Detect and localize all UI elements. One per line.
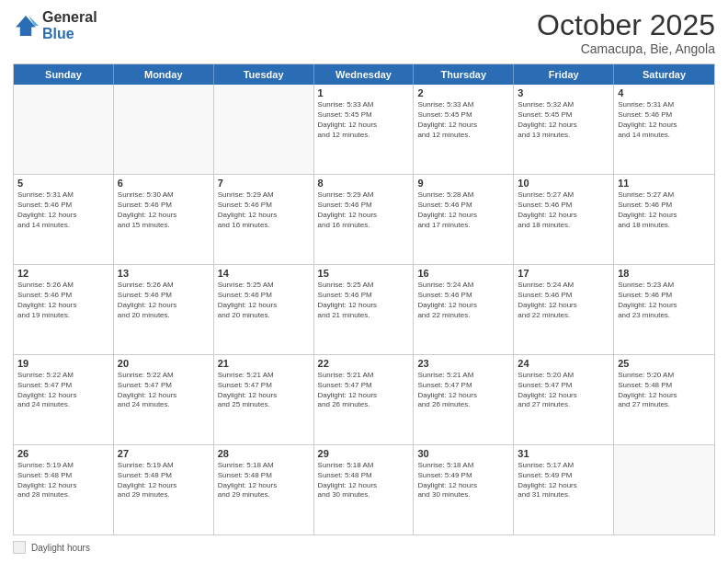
day-number: 6 <box>118 178 210 189</box>
calendar-cell: 21Sunrise: 5:21 AM Sunset: 5:47 PM Dayli… <box>214 355 314 444</box>
header: General Blue October 2025 Camacupa, Bie,… <box>13 9 715 56</box>
calendar-cell: 8Sunrise: 5:29 AM Sunset: 5:46 PM Daylig… <box>314 175 415 264</box>
day-info: Sunrise: 5:29 AM Sunset: 5:46 PM Dayligh… <box>318 190 410 230</box>
day-number: 7 <box>218 178 310 189</box>
weekday-header: Monday <box>114 64 214 85</box>
weekday-header: Tuesday <box>214 64 314 85</box>
calendar-cell: 12Sunrise: 5:26 AM Sunset: 5:46 PM Dayli… <box>14 265 114 354</box>
day-number: 5 <box>17 178 109 189</box>
day-info: Sunrise: 5:31 AM Sunset: 5:46 PM Dayligh… <box>618 100 711 140</box>
calendar-row: 5Sunrise: 5:31 AM Sunset: 5:46 PM Daylig… <box>14 175 714 265</box>
weekday-header: Thursday <box>414 64 514 85</box>
calendar-row: 12Sunrise: 5:26 AM Sunset: 5:46 PM Dayli… <box>14 265 714 355</box>
logo-text: General Blue <box>42 9 97 41</box>
day-info: Sunrise: 5:30 AM Sunset: 5:46 PM Dayligh… <box>118 190 210 230</box>
day-info: Sunrise: 5:18 AM Sunset: 5:48 PM Dayligh… <box>318 461 410 500</box>
day-number: 23 <box>417 358 509 369</box>
calendar-cell: 19Sunrise: 5:22 AM Sunset: 5:47 PM Dayli… <box>14 355 114 444</box>
legend-box <box>13 541 26 554</box>
calendar-cell: 6Sunrise: 5:30 AM Sunset: 5:46 PM Daylig… <box>114 175 214 264</box>
day-info: Sunrise: 5:22 AM Sunset: 5:47 PM Dayligh… <box>17 371 109 410</box>
calendar-cell <box>14 85 114 174</box>
calendar-cell: 31Sunrise: 5:17 AM Sunset: 5:49 PM Dayli… <box>514 445 614 534</box>
day-number: 1 <box>318 87 410 98</box>
day-info: Sunrise: 5:33 AM Sunset: 5:45 PM Dayligh… <box>318 100 410 140</box>
calendar-cell: 17Sunrise: 5:24 AM Sunset: 5:46 PM Dayli… <box>514 265 614 354</box>
day-info: Sunrise: 5:26 AM Sunset: 5:46 PM Dayligh… <box>118 281 210 320</box>
calendar-cell: 2Sunrise: 5:33 AM Sunset: 5:45 PM Daylig… <box>414 85 514 174</box>
day-number: 8 <box>318 178 410 189</box>
day-number: 11 <box>618 178 711 189</box>
calendar-cell: 14Sunrise: 5:25 AM Sunset: 5:46 PM Dayli… <box>214 265 314 354</box>
day-info: Sunrise: 5:21 AM Sunset: 5:47 PM Dayligh… <box>417 371 509 410</box>
day-info: Sunrise: 5:24 AM Sunset: 5:46 PM Dayligh… <box>417 281 509 320</box>
day-info: Sunrise: 5:28 AM Sunset: 5:46 PM Dayligh… <box>417 190 509 230</box>
day-number: 10 <box>518 178 609 189</box>
day-number: 3 <box>518 87 609 98</box>
day-info: Sunrise: 5:27 AM Sunset: 5:46 PM Dayligh… <box>618 190 711 230</box>
calendar-cell: 23Sunrise: 5:21 AM Sunset: 5:47 PM Dayli… <box>414 355 514 444</box>
calendar-cell: 7Sunrise: 5:29 AM Sunset: 5:46 PM Daylig… <box>214 175 314 264</box>
day-info: Sunrise: 5:21 AM Sunset: 5:47 PM Dayligh… <box>318 371 410 410</box>
day-info: Sunrise: 5:18 AM Sunset: 5:49 PM Dayligh… <box>417 461 509 500</box>
weekday-header: Saturday <box>614 64 714 85</box>
day-info: Sunrise: 5:33 AM Sunset: 5:45 PM Dayligh… <box>417 100 509 140</box>
calendar-cell: 5Sunrise: 5:31 AM Sunset: 5:46 PM Daylig… <box>14 175 114 264</box>
day-number: 30 <box>417 448 509 459</box>
calendar-row: 26Sunrise: 5:19 AM Sunset: 5:48 PM Dayli… <box>14 445 714 534</box>
day-info: Sunrise: 5:24 AM Sunset: 5:46 PM Dayligh… <box>518 281 609 320</box>
title-block: October 2025 Camacupa, Bie, Angola <box>537 9 715 56</box>
calendar-cell <box>614 445 714 534</box>
day-number: 31 <box>518 448 609 459</box>
calendar-cell: 26Sunrise: 5:19 AM Sunset: 5:48 PM Dayli… <box>14 445 114 534</box>
day-info: Sunrise: 5:19 AM Sunset: 5:48 PM Dayligh… <box>118 461 210 500</box>
day-info: Sunrise: 5:27 AM Sunset: 5:46 PM Dayligh… <box>518 190 609 230</box>
day-info: Sunrise: 5:20 AM Sunset: 5:48 PM Dayligh… <box>618 371 711 410</box>
month-title: October 2025 <box>537 9 715 41</box>
calendar: SundayMondayTuesdayWednesdayThursdayFrid… <box>13 63 715 535</box>
day-info: Sunrise: 5:25 AM Sunset: 5:46 PM Dayligh… <box>218 281 310 320</box>
calendar-cell: 11Sunrise: 5:27 AM Sunset: 5:46 PM Dayli… <box>614 175 714 264</box>
location-subtitle: Camacupa, Bie, Angola <box>537 41 715 56</box>
calendar-cell: 25Sunrise: 5:20 AM Sunset: 5:48 PM Dayli… <box>614 355 714 444</box>
calendar-cell: 9Sunrise: 5:28 AM Sunset: 5:46 PM Daylig… <box>414 175 514 264</box>
calendar-cell: 15Sunrise: 5:25 AM Sunset: 5:46 PM Dayli… <box>314 265 415 354</box>
legend: Daylight hours <box>13 541 715 554</box>
calendar-cell: 10Sunrise: 5:27 AM Sunset: 5:46 PM Dayli… <box>514 175 614 264</box>
calendar-cell: 22Sunrise: 5:21 AM Sunset: 5:47 PM Dayli… <box>314 355 415 444</box>
day-number: 2 <box>417 87 509 98</box>
day-number: 14 <box>218 268 310 279</box>
logo: General Blue <box>13 9 97 41</box>
calendar-header: SundayMondayTuesdayWednesdayThursdayFrid… <box>14 64 714 85</box>
svg-marker-0 <box>16 16 36 36</box>
day-number: 28 <box>218 448 310 459</box>
day-info: Sunrise: 5:17 AM Sunset: 5:49 PM Dayligh… <box>518 461 609 500</box>
day-number: 9 <box>417 178 509 189</box>
weekday-header: Wednesday <box>314 64 415 85</box>
day-info: Sunrise: 5:25 AM Sunset: 5:46 PM Dayligh… <box>318 281 410 320</box>
logo-blue-text: Blue <box>42 26 97 42</box>
day-number: 20 <box>118 358 210 369</box>
day-number: 4 <box>618 87 711 98</box>
calendar-body: 1Sunrise: 5:33 AM Sunset: 5:45 PM Daylig… <box>14 85 714 534</box>
calendar-cell: 27Sunrise: 5:19 AM Sunset: 5:48 PM Dayli… <box>114 445 214 534</box>
day-number: 22 <box>318 358 410 369</box>
day-info: Sunrise: 5:31 AM Sunset: 5:46 PM Dayligh… <box>17 190 109 230</box>
calendar-cell: 18Sunrise: 5:23 AM Sunset: 5:46 PM Dayli… <box>614 265 714 354</box>
calendar-row: 19Sunrise: 5:22 AM Sunset: 5:47 PM Dayli… <box>14 355 714 445</box>
day-number: 15 <box>318 268 410 279</box>
day-info: Sunrise: 5:32 AM Sunset: 5:45 PM Dayligh… <box>518 100 609 140</box>
calendar-cell: 16Sunrise: 5:24 AM Sunset: 5:46 PM Dayli… <box>414 265 514 354</box>
calendar-cell: 20Sunrise: 5:22 AM Sunset: 5:47 PM Dayli… <box>114 355 214 444</box>
calendar-cell: 29Sunrise: 5:18 AM Sunset: 5:48 PM Dayli… <box>314 445 415 534</box>
calendar-cell <box>214 85 314 174</box>
day-info: Sunrise: 5:29 AM Sunset: 5:46 PM Dayligh… <box>218 190 310 230</box>
day-info: Sunrise: 5:26 AM Sunset: 5:46 PM Dayligh… <box>17 281 109 320</box>
calendar-cell: 4Sunrise: 5:31 AM Sunset: 5:46 PM Daylig… <box>614 85 714 174</box>
calendar-cell: 24Sunrise: 5:20 AM Sunset: 5:47 PM Dayli… <box>514 355 614 444</box>
day-info: Sunrise: 5:22 AM Sunset: 5:47 PM Dayligh… <box>118 371 210 410</box>
day-info: Sunrise: 5:18 AM Sunset: 5:48 PM Dayligh… <box>218 461 310 500</box>
calendar-cell: 28Sunrise: 5:18 AM Sunset: 5:48 PM Dayli… <box>214 445 314 534</box>
day-number: 24 <box>518 358 609 369</box>
day-number: 16 <box>417 268 509 279</box>
